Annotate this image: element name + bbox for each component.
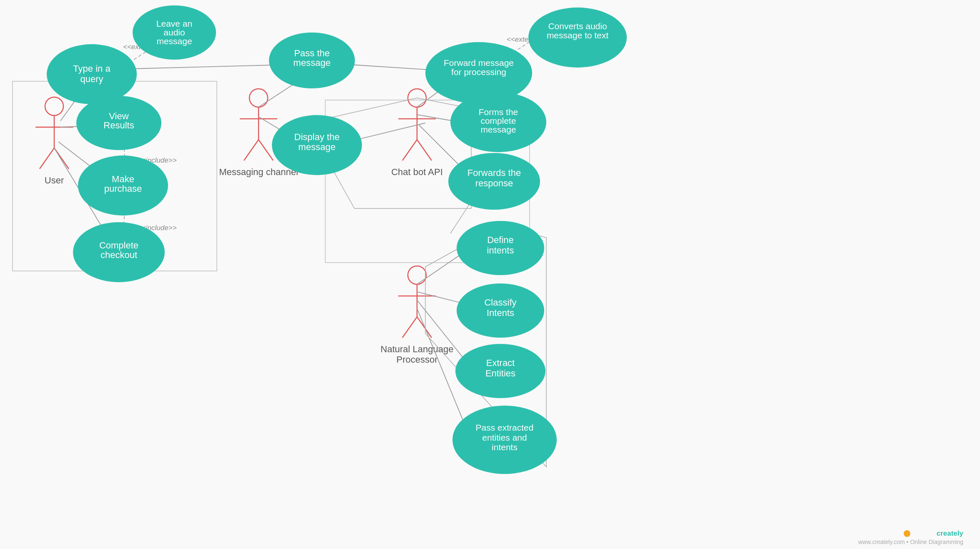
leave-audio-label-3: message [156, 36, 192, 46]
converts-audio-label-2: message to text [547, 30, 608, 40]
forwards-response-label-2: response [475, 178, 513, 188]
forms-complete-label-1: Forms the [479, 107, 518, 117]
forms-complete-label-3: message [480, 125, 516, 134]
complete-checkout-label-1: Complete [99, 240, 138, 251]
type-query-label-1: Type in a [73, 63, 111, 74]
define-intents-label-2: intents [487, 245, 514, 256]
extract-entities-label-2: Entities [485, 368, 515, 379]
diagram-canvas: User Messaging channel Chat bot API Natu… [0, 0, 980, 549]
forward-message-label-1: Forward message [444, 58, 514, 68]
forward-message-label-2: for processing [451, 67, 506, 77]
classify-intents-label-1: Classify [484, 297, 516, 308]
make-purchase-label-2: purchase [104, 183, 142, 194]
display-message-label-1: Display the [294, 132, 340, 142]
complete-checkout-label-2: checkout [101, 250, 137, 260]
leave-audio-label-2: audio [163, 28, 185, 37]
pass-extracted-label-3: intents [492, 442, 518, 452]
pass-extracted-label-1: Pass extracted [476, 423, 534, 432]
user-actor-label: User [45, 175, 64, 186]
chatbot-actor-label: Chat bot API [391, 167, 443, 177]
forwards-response-label-1: Forwards the [467, 168, 521, 178]
extract-entities-label-1: Extract [486, 358, 515, 368]
nlp-actor-label-2: Processor [396, 354, 437, 365]
view-results-label-2: Results [103, 120, 134, 130]
converts-audio-label-1: Converts audio [548, 21, 607, 31]
watermark-url: www.creately.com • Online Diagramming [858, 539, 963, 545]
forms-complete-label-2: complete [480, 116, 516, 125]
pass-extracted-label-2: entities and [482, 433, 527, 442]
watermark-creately: creately [937, 529, 964, 537]
messaging-actor-label: Messaging channel [219, 167, 298, 177]
define-intents-label-1: Define [487, 235, 514, 245]
pass-message-label-2: message [293, 58, 330, 68]
classify-intents-label-2: Intents [487, 308, 514, 318]
make-purchase-label-1: Make [112, 174, 134, 184]
creately-orange-dot [904, 530, 910, 537]
type-query-label-2: query [80, 74, 103, 84]
leave-audio-label-1: Leave an [156, 19, 192, 28]
pass-message-label-1: Pass the [294, 48, 330, 58]
display-message-label-2: message [298, 142, 335, 152]
